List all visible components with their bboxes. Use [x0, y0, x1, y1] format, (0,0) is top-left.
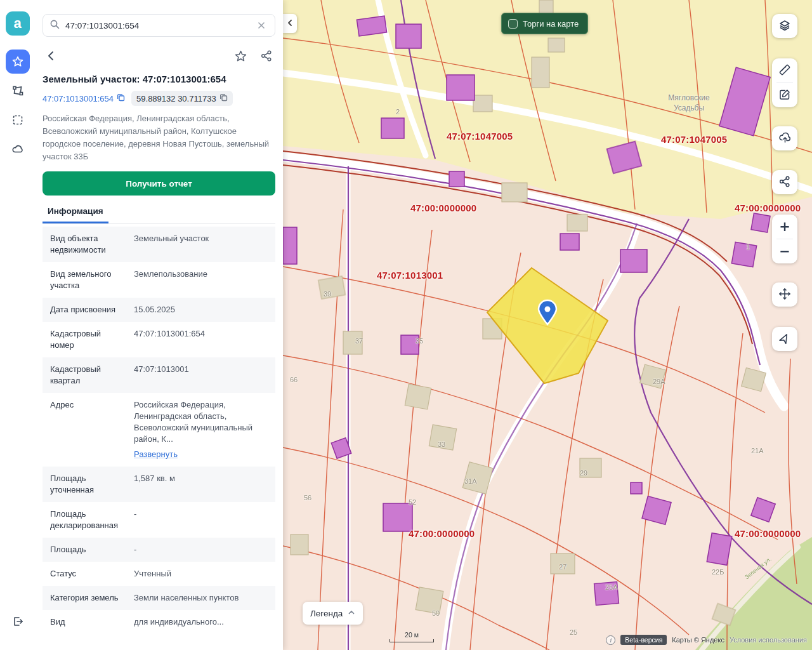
scale-bar: 20 м [390, 631, 434, 642]
quarter-label[interactable]: 47:07:1047005 [661, 134, 727, 145]
search-icon [49, 19, 60, 32]
parcel-number-label: 39 [324, 290, 331, 298]
expand-address-link[interactable]: Развернуть [134, 449, 268, 460]
coordinates-text: 59.889132 30.711733 [136, 94, 216, 103]
parcel-number-label: 66 [290, 376, 298, 383]
parcel-number-label: 50 [432, 609, 440, 617]
table-row: Вид объекта недвижимостиЗемельный участо… [43, 227, 275, 262]
cadastral-number-chip[interactable]: 47:07:1013001:654 [43, 93, 125, 103]
minus-icon: − [779, 244, 790, 259]
quarter-label[interactable]: 47:07:1047005 [447, 131, 513, 142]
map-canvas[interactable] [283, 0, 812, 650]
locate-button[interactable] [772, 327, 797, 351]
map-attribution[interactable]: Карты © Яндекс [672, 636, 724, 644]
legend-label: Легенда [310, 609, 343, 618]
info-table: Вид объекта недвижимостиЗемельный участо… [43, 227, 275, 634]
edit-pencil-icon [778, 88, 791, 103]
table-row: СтатусУчтенный [43, 562, 275, 586]
copy-icon[interactable] [219, 93, 228, 103]
auction-toggle-label: Торги на карте [523, 19, 579, 29]
pan-button[interactable] [772, 282, 797, 307]
cadastral-number-text: 47:07:1013001:654 [43, 94, 114, 103]
detail-panel: Земельный участок: 47:07:1013001:654 47:… [35, 0, 283, 650]
tab-information[interactable]: Информация [43, 199, 108, 223]
object-title: Земельный участок: 47:07:1013001:654 [43, 74, 275, 84]
rail-draw-button[interactable] [6, 79, 30, 103]
upload-button[interactable] [772, 126, 797, 150]
coordinates-chip[interactable]: 59.889132 30.711733 [131, 91, 233, 106]
tabs-row: Информация [43, 199, 275, 224]
table-row: Площадь уточненная1,587 кв. м [43, 467, 275, 502]
quarter-label[interactable]: 47:00:0000000 [409, 528, 475, 539]
app-logo[interactable]: a [6, 11, 30, 36]
beta-badge: Beta-версия [620, 635, 667, 645]
rail-logout-button[interactable] [6, 609, 30, 633]
parcel-number-label: 29А [653, 378, 665, 385]
quarter-label[interactable]: 47:00:0000000 [410, 202, 476, 213]
terms-link[interactable]: Условия использования [730, 636, 807, 644]
plus-icon: + [779, 219, 790, 234]
info-icon[interactable]: i [606, 635, 615, 645]
legend-button[interactable]: Легенда [303, 602, 363, 625]
parcel-number-label: 29 [580, 469, 587, 477]
share-object-button[interactable] [258, 47, 275, 65]
app-logo-letter: a [13, 15, 21, 32]
move-arrows-icon [778, 288, 791, 302]
rail-select-area-button[interactable] [6, 108, 30, 132]
cloud-upload-icon [778, 131, 792, 146]
auction-map-toggle[interactable]: Торги на карте [501, 13, 588, 34]
collapse-panel-button[interactable] [283, 14, 297, 33]
zoom-in-button[interactable]: + [772, 215, 797, 239]
parcel-number-label: 56 [304, 494, 311, 501]
layers-button[interactable] [772, 14, 797, 38]
app-root: a Земельный у [0, 0, 812, 650]
parcel-number-label: 25А [605, 583, 618, 591]
clear-search-button[interactable] [254, 18, 268, 32]
quarter-label[interactable]: 47:07:1013001 [377, 270, 443, 281]
table-row: Вид земельного участкаЗемлепользование [43, 262, 275, 298]
map-footer: i Beta-версия Карты © Яндекс Условия исп… [606, 635, 807, 645]
share-map-button[interactable] [772, 170, 797, 194]
dashed-square-icon [11, 114, 24, 126]
table-row: Кадастровый квартал47:07:1013001 [43, 357, 275, 393]
navigation-arrow-icon [778, 332, 791, 347]
polygon-icon [11, 84, 24, 97]
zoom-out-button[interactable]: − [772, 239, 797, 263]
table-row: Площадь- [43, 538, 275, 562]
layers-icon [778, 19, 791, 34]
parcel-number-label: 1 [746, 243, 750, 251]
parcel-number-label: 35 [416, 337, 423, 345]
parcel-number-label: 33 [438, 441, 445, 448]
table-row: Дата присвоения15.05.2025 [43, 298, 275, 322]
ruler-button[interactable] [772, 58, 797, 83]
object-address: Российская Федерация, Ленинградская обла… [43, 112, 275, 163]
checkbox-icon[interactable] [508, 19, 518, 29]
search-bar [43, 14, 275, 37]
rail-favorites-button[interactable] [6, 50, 30, 74]
parcel-number-label: 22Б [712, 568, 724, 576]
copy-icon[interactable] [117, 93, 125, 103]
quarter-label[interactable]: 47:00:0000000 [735, 202, 801, 213]
edit-button[interactable] [772, 83, 797, 107]
district-label: Мягловские Усадьбы [654, 93, 724, 113]
star-icon [11, 55, 24, 68]
chevron-up-icon [348, 609, 355, 618]
parcel-number-label: 25 [570, 628, 577, 636]
rail-cloud-button[interactable] [6, 137, 30, 161]
panel-actions-row [43, 46, 275, 66]
parcel-number-label: 2 [396, 108, 400, 116]
back-button[interactable] [43, 47, 60, 65]
logout-icon [11, 615, 24, 628]
scale-label: 20 м [390, 631, 434, 639]
search-input[interactable] [65, 21, 249, 30]
quarter-label[interactable]: 47:00:0000000 [735, 528, 801, 539]
chevron-left-icon [286, 19, 294, 29]
map-area[interactable]: 47:07:1047005 47:07:1047005 47:07:101300… [283, 0, 812, 650]
table-row: Площадь декларированная- [43, 502, 275, 538]
parcel-number-label: 52 [409, 498, 416, 506]
favorite-star-button[interactable] [232, 47, 250, 65]
share-icon [778, 175, 791, 190]
chips-row: 47:07:1013001:654 59.889132 30.711733 [43, 91, 275, 106]
table-row: Кадастровый номер47:07:1013001:654 [43, 322, 275, 357]
get-report-button[interactable]: Получить отчет [43, 171, 275, 196]
